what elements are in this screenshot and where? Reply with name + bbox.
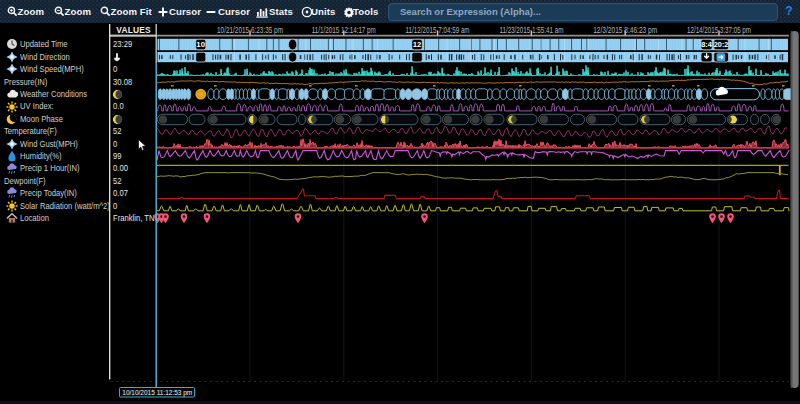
svg-text:20:2: 20:2 [714,40,729,49]
svg-text:11/1/2015 12:14:17 pm: 11/1/2015 12:14:17 pm [312,26,376,35]
svg-text:10: 10 [196,40,205,49]
svg-text:10/10/2015 11:12:53 pm: 10/10/2015 11:12:53 pm [122,388,192,397]
svg-text:12/3/2015 8:46:23 pm: 12/3/2015 8:46:23 pm [593,26,657,35]
svg-text:12/14/2015 3:37:05 pm: 12/14/2015 3:37:05 pm [687,26,751,35]
svg-text:10/21/2015 6:23:35 pm: 10/21/2015 6:23:35 pm [217,26,283,35]
svg-text:11/23/2015 1:55:41 am: 11/23/2015 1:55:41 am [499,26,563,35]
svg-text:11/12/2015 7:04:59 am: 11/12/2015 7:04:59 am [406,26,470,35]
svg-text:8:4: 8:4 [701,40,713,49]
svg-text:12: 12 [413,40,422,49]
